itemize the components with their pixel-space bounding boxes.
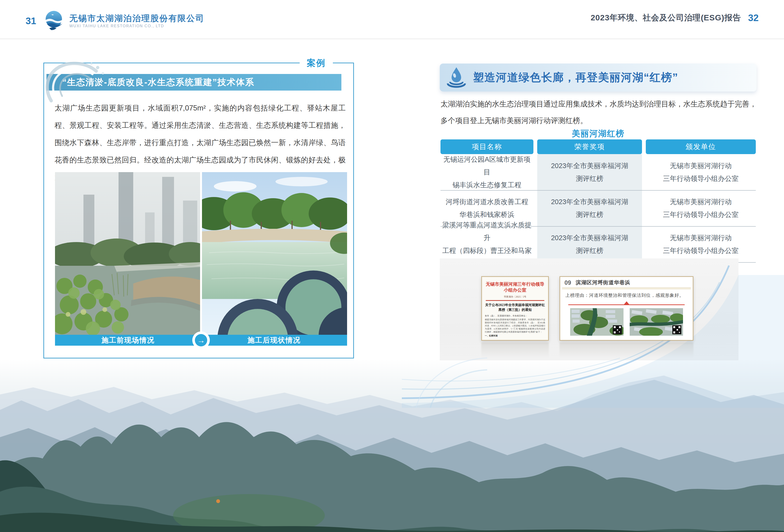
caption-after: 施工后现状情况 xyxy=(201,335,347,346)
water-drop-icon xyxy=(445,66,468,89)
table-cell: 梁溪河等重点河道支浜水质提升 工程（四标段）曹王泾和马家浜 xyxy=(441,226,533,262)
table-header-cell: 荣誉奖项 xyxy=(537,139,642,154)
slide-header-rule xyxy=(562,287,691,289)
arrow-right-icon: → xyxy=(192,331,210,349)
table-cell: 无锡市美丽河湖行动 三年行动领导小组办公室 xyxy=(646,190,756,226)
section-title: 塑造河道绿色长廊，再登美丽河湖“红榜” xyxy=(473,63,678,91)
photo-caption-bar: 施工前现场情况 施工后现状情况 → xyxy=(55,335,347,346)
slide-red-pointer-line xyxy=(568,304,685,305)
table-cell: 无锡市美丽河湖行动 三年行动领导小组办公室 xyxy=(646,154,756,190)
notice-list-item: 一、红榜河道 xyxy=(485,334,545,337)
aerial-photo-1 xyxy=(570,308,623,336)
notice-title: 关于公布2023年全市美丽幸福河湖测评红黑榜（第三批）的通知 xyxy=(485,303,545,312)
notice-doc-number: 市美湖办〔2023〕5号 xyxy=(485,295,545,299)
table-column-project: 项目名称 无锡运河公园A区城市更新项目 锡丰浜水生态修复工程 河埒街道河道水质改… xyxy=(441,139,533,262)
redlist-slide-card: 09 滨湖区河埒街道华巷浜 上榜理由：河道环境整治和管理保洁到位，感观形象好。 xyxy=(559,276,694,341)
honor-table: 项目名称 无锡运河公园A区城市更新项目 锡丰浜水生态修复工程 河埒街道河道水质改… xyxy=(441,139,756,263)
header-divider xyxy=(0,39,784,39)
section-heading-banner: 塑造河道绿色长廊，再登美丽河湖“红榜” xyxy=(440,63,756,91)
table-header-cell: 颁发单位 xyxy=(646,139,756,154)
after-photo-image xyxy=(202,172,347,335)
slide-reason: 上榜理由：河道环境整治和管理保洁到位，感观形象好。 xyxy=(560,289,693,299)
official-notice-card: 无锡市美丽河湖三年行动领导小组办公室 市美湖办〔2023〕5号 关于公布2023… xyxy=(481,276,549,341)
table-column-issuer: 颁发单位 无锡市美丽河湖行动 三年行动领导小组办公室 无锡市美丽河湖行动 三年行… xyxy=(646,139,756,262)
table-title: 美丽河湖红榜 xyxy=(441,128,756,139)
slide-title: 滨湖区河埒街道华巷浜 xyxy=(576,279,631,286)
logo-text: 无锡市太湖湖泊治理股份有限公司 WUXI TAIHU LAKE RESTORAT… xyxy=(69,13,204,28)
taihu-logo-mark xyxy=(43,9,65,32)
company-logo: 无锡市太湖湖泊治理股份有限公司 WUXI TAIHU LAKE RESTORAT… xyxy=(43,9,204,32)
header-right: 2023年环境、社会及公司治理(ESG)报告 32 xyxy=(591,12,759,23)
after-photo-art xyxy=(202,172,347,335)
certificates-panel: 无锡市美丽河湖三年行动领导小组办公室 市美湖办〔2023〕5号 关于公布2023… xyxy=(440,258,738,360)
company-name-cn: 无锡市太湖湖泊治理股份有限公司 xyxy=(69,13,204,23)
notice-red-rule xyxy=(486,300,544,301)
page-number-right: 32 xyxy=(748,12,759,23)
before-photo-art xyxy=(55,172,200,335)
case-study-box: 案例 “生态清淤-底质改良-水生态系统重建”技术体系 太湖广场生态园更新项目，水… xyxy=(44,63,354,359)
card-reflection xyxy=(481,342,549,358)
aerial-photo-2 xyxy=(630,308,683,336)
table-cell: 无锡市美丽河湖行动 三年行动领导小组办公室 xyxy=(646,226,756,262)
caption-before: 施工前现场情况 xyxy=(55,335,201,346)
table-cell: 2023年全市美丽幸福河湖 测评红榜 xyxy=(537,190,642,226)
slide-number: 09 xyxy=(564,279,571,286)
table-column-award: 荣誉奖项 2023年全市美丽幸福河湖 测评红榜 2023年全市美丽幸福河湖 测评… xyxy=(537,139,642,262)
mountain-landscape-image xyxy=(0,359,784,532)
table-cell: 无锡运河公园A区城市更新项目 锡丰浜水生态修复工程 xyxy=(441,154,533,190)
page-number-left: 31 xyxy=(26,16,36,26)
notice-office-title: 无锡市美丽河湖三年行动领导小组办公室 xyxy=(485,281,545,293)
table-cell: 2023年全市美丽幸福河湖 测评红榜 xyxy=(537,226,642,262)
row-divider xyxy=(441,226,756,227)
table-cell: 2023年全市美丽幸福河湖 测评红榜 xyxy=(537,154,642,190)
report-title: 2023年环境、社会及公司治理(ESG)报告 xyxy=(591,12,741,23)
header-left: 31 无锡市太湖湖泊治理股份有限公司 WUXI TAIHU LAKE RESTO… xyxy=(26,9,204,32)
case-tag: 案例 xyxy=(300,57,333,69)
notice-body: 根据无锡市深化美丽幸福河湖建设工作要求，市美丽河湖办于近期组织对各地区河道进行了… xyxy=(485,318,545,334)
card-reflection xyxy=(559,342,694,358)
esg-report-spread: 31 无锡市太湖湖泊治理股份有限公司 WUXI TAIHU LAKE RESTO… xyxy=(0,0,784,532)
row-divider xyxy=(441,190,756,191)
slide-header: 09 滨湖区河埒街道华巷浜 xyxy=(560,277,693,287)
case-title: “生态清淤-底质改良-水生态系统重建”技术体系 xyxy=(62,76,254,88)
company-name-en: WUXI TAIHU LAKE RESTORATION CO., LTD xyxy=(69,24,204,28)
before-photo-image xyxy=(55,172,200,335)
slide-photo-row xyxy=(560,308,693,336)
table-header-cell: 项目名称 xyxy=(441,139,533,154)
notice-salutation: 各市（县）、区美丽河湖办，市各相关单位： xyxy=(485,314,545,317)
section-intro-text: 太湖湖泊实施的水生态治理项目通过应用集成技术，水质均达到治理目标，水生态系统趋于… xyxy=(441,96,757,129)
case-title-bar: “生态清淤-底质改良-水生态系统重建”技术体系 xyxy=(47,74,341,90)
